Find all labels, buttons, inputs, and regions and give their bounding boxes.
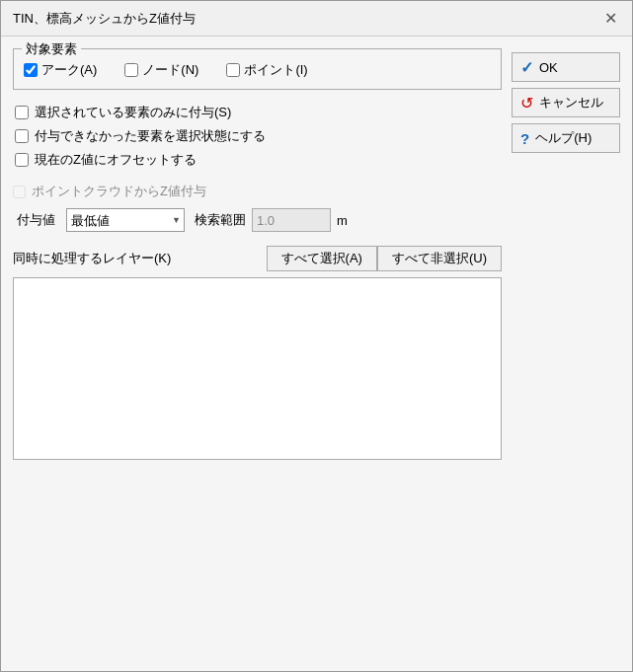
- unit-label: m: [337, 213, 348, 228]
- help-button[interactable]: ? ヘルプ(H): [512, 123, 620, 153]
- offset-z-row: 現在のZ値にオフセットする: [15, 151, 502, 169]
- offset-z-label[interactable]: 現在のZ値にオフセットする: [35, 151, 197, 169]
- cancel-label: キャンセル: [539, 94, 603, 112]
- select-failed-checkbox[interactable]: [15, 129, 29, 143]
- ok-label: OK: [539, 60, 558, 75]
- value-select-wrapper: 最低値 最高値 平均値: [66, 208, 185, 232]
- layer-header: 同時に処理するレイヤー(K) すべて選択(A) すべて非選択(U): [13, 246, 502, 271]
- ok-button[interactable]: ✓ OK: [512, 52, 620, 82]
- value-label: 付与値: [17, 211, 56, 229]
- arc-label[interactable]: アーク(A): [41, 61, 97, 79]
- point-cloud-row: 付与値 最低値 最高値 平均値 検索範囲 m: [13, 208, 502, 232]
- main-window: TIN、標高メッシュからZ値付与 ✕ 対象要素 アーク(A) ノード(N): [0, 0, 633, 672]
- title-bar: TIN、標高メッシュからZ値付与 ✕: [1, 1, 632, 37]
- point-checkbox-item: ポイント(I): [226, 61, 307, 79]
- deselect-all-button[interactable]: すべて非選択(U): [377, 246, 502, 271]
- node-checkbox-item: ノード(N): [124, 61, 198, 79]
- point-cloud-checkbox[interactable]: [13, 186, 26, 198]
- value-select[interactable]: 最低値 最高値 平均値: [66, 208, 185, 232]
- selected-only-label[interactable]: 選択されている要素のみに付与(S): [35, 104, 231, 121]
- select-failed-row: 付与できなかった要素を選択状態にする: [15, 127, 502, 145]
- point-cloud-header: ポイントクラウドからZ値付与: [13, 183, 502, 200]
- left-panel: 対象要素 アーク(A) ノード(N) ポイント(I): [13, 48, 502, 659]
- cancel-icon: ↺: [520, 94, 533, 112]
- arc-checkbox[interactable]: [24, 63, 38, 77]
- point-cloud-section: ポイントクラウドからZ値付与 付与値 最低値 最高値 平均値 検索範囲: [13, 183, 502, 232]
- target-elements-group: 対象要素 アーク(A) ノード(N) ポイント(I): [13, 48, 502, 90]
- right-panel: ✓ OK ↺ キャンセル ? ヘルプ(H): [512, 48, 620, 659]
- layer-section: 同時に処理するレイヤー(K) すべて選択(A) すべて非選択(U): [13, 246, 502, 460]
- point-checkbox[interactable]: [226, 63, 240, 77]
- layer-header-label: 同時に処理するレイヤー(K): [13, 250, 171, 267]
- help-icon: ?: [520, 130, 529, 147]
- checkbox-group: アーク(A) ノード(N) ポイント(I): [24, 57, 491, 79]
- selected-only-row: 選択されている要素のみに付与(S): [15, 104, 502, 121]
- main-content: 対象要素 アーク(A) ノード(N) ポイント(I): [1, 37, 632, 671]
- select-failed-label[interactable]: 付与できなかった要素を選択状態にする: [35, 127, 266, 145]
- point-label[interactable]: ポイント(I): [244, 61, 307, 79]
- target-elements-label: 対象要素: [22, 40, 81, 58]
- window-title: TIN、標高メッシュからZ値付与: [13, 10, 196, 28]
- node-checkbox[interactable]: [124, 63, 138, 77]
- offset-z-checkbox[interactable]: [15, 153, 29, 167]
- close-button[interactable]: ✕: [600, 9, 620, 29]
- range-input[interactable]: [252, 208, 331, 232]
- search-range-group: 検索範囲 m: [195, 208, 348, 232]
- check-icon: ✓: [520, 58, 533, 77]
- layer-header-buttons: すべて選択(A) すべて非選択(U): [267, 246, 502, 271]
- help-label: ヘルプ(H): [535, 129, 592, 147]
- select-all-button[interactable]: すべて選択(A): [267, 246, 377, 271]
- layer-list[interactable]: [13, 277, 502, 460]
- options-section: 選択されている要素のみに付与(S) 付与できなかった要素を選択状態にする 現在の…: [13, 104, 502, 169]
- point-cloud-label[interactable]: ポイントクラウドからZ値付与: [32, 183, 206, 200]
- range-label: 検索範囲: [195, 211, 246, 229]
- arc-checkbox-item: アーク(A): [24, 61, 97, 79]
- selected-only-checkbox[interactable]: [15, 106, 29, 119]
- cancel-button[interactable]: ↺ キャンセル: [512, 88, 620, 117]
- node-label[interactable]: ノード(N): [142, 61, 198, 79]
